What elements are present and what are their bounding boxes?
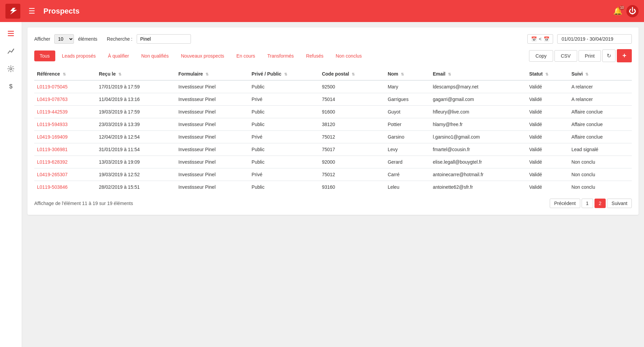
cell-cp-3: 38120 — [319, 118, 385, 131]
col-suivi: Suivi ⇅ — [569, 68, 632, 80]
col-recu-le-label: Reçu le — [99, 71, 116, 77]
pagination-controls: Précédent 1 2 Suivant — [550, 199, 632, 208]
cell-email-8: antoinette62@sfr.fr — [430, 181, 526, 193]
cell-email-1: gagarri@gmail.com — [430, 93, 526, 106]
cell-cp-1: 75014 — [319, 93, 385, 106]
prev-page-button[interactable]: Précédent — [550, 199, 580, 208]
filter-tab-en-cours[interactable]: En cours — [231, 50, 260, 61]
sidebar-item-chart[interactable] — [3, 44, 18, 59]
cell-prive-1: Privé — [249, 93, 319, 106]
col-statut-label: Statut — [529, 71, 543, 77]
cell-suivi-0: A relancer — [569, 80, 632, 93]
menu-button[interactable]: ☰ — [26, 5, 38, 17]
ref-link-7[interactable]: L0419-265307 — [37, 172, 67, 177]
ref-link-3[interactable]: L0119-594933 — [37, 122, 67, 127]
search-input[interactable] — [137, 34, 191, 44]
sort-icon-code[interactable]: ⇅ — [352, 72, 355, 76]
filter-tab-tous[interactable]: Tous — [34, 50, 55, 61]
table-row: L0119-075045 17/01/2019 à 17:59 Investis… — [34, 80, 632, 93]
cell-prive-5: Public — [249, 143, 319, 156]
cell-nom-4: Garsino — [385, 131, 430, 143]
sidebar-item-finance[interactable]: $ — [3, 79, 18, 94]
csv-button[interactable]: CSV — [554, 50, 577, 62]
cell-nom-3: Pottier — [385, 118, 430, 131]
col-email: Email ⇅ — [430, 68, 526, 80]
filter-tab-a-qualifier[interactable]: À qualifier — [102, 50, 134, 61]
cell-cp-0: 92500 — [319, 80, 385, 93]
sort-icon-formulaire[interactable]: ⇅ — [206, 72, 209, 76]
next-page-button[interactable]: Suivant — [607, 199, 632, 208]
sort-icon-recu[interactable]: ⇅ — [118, 72, 121, 76]
cell-recu-7: 19/03/2019 à 12:52 — [96, 168, 176, 181]
ref-link-1[interactable]: L0419-078763 — [37, 97, 67, 102]
date-range-input[interactable] — [557, 34, 632, 44]
ref-link-2[interactable]: L0119-442539 — [37, 109, 67, 115]
cell-cp-2: 91600 — [319, 106, 385, 118]
svg-marker-0 — [9, 8, 17, 15]
sidebar-item-settings[interactable] — [3, 61, 18, 76]
prospects-table: Référence ⇅ Reçu le ⇅ Formulaire ⇅ Pri — [34, 68, 632, 193]
print-button[interactable]: Print — [579, 50, 601, 62]
sort-icon-nom[interactable]: ⇅ — [401, 72, 404, 76]
cell-recu-5: 31/01/2019 à 11:54 — [96, 143, 176, 156]
cell-ref-2: L0119-442539 — [34, 106, 96, 118]
main-content: Afficher 10 25 50 100 éléments Recherche… — [22, 22, 644, 347]
col-formulaire: Formulaire ⇅ — [176, 68, 249, 80]
table-row: L0119-442539 19/03/2019 à 17:59 Investis… — [34, 106, 632, 118]
cell-suivi-5: Lead signalé — [569, 143, 632, 156]
filter-tab-leads-proposes[interactable]: Leads proposés — [57, 50, 101, 61]
copy-button[interactable]: Copy — [529, 50, 553, 62]
elements-label: éléments — [78, 36, 97, 42]
cell-statut-0: Validé — [526, 80, 569, 93]
cell-suivi-8: Non conclu — [569, 181, 632, 193]
filter-tab-nouveaux-prospects[interactable]: Nouveaux prospects — [175, 50, 230, 61]
cell-suivi-3: Affaire conclue — [569, 118, 632, 131]
page-2-button[interactable]: 2 — [594, 199, 606, 208]
cell-formulaire-1: Investisseur Pinel — [176, 93, 249, 106]
sort-icon-reference[interactable]: ⇅ — [63, 72, 66, 76]
cell-prive-4: Privé — [249, 131, 319, 143]
cell-suivi-1: A relancer — [569, 93, 632, 106]
cell-prive-2: Public — [249, 106, 319, 118]
table-row: L0419-078763 11/04/2019 à 13:16 Investis… — [34, 93, 632, 106]
notification-badge: 10 — [619, 5, 625, 11]
cell-email-5: fmartel@cousin.fr — [430, 143, 526, 156]
sort-icon-prive[interactable]: ⇅ — [284, 72, 287, 76]
ref-link-4[interactable]: L0419-169409 — [37, 134, 67, 140]
page-1-button[interactable]: 1 — [582, 199, 593, 208]
sort-icon-statut[interactable]: ⇅ — [545, 72, 548, 76]
cell-nom-6: Gerard — [385, 156, 430, 168]
cell-statut-1: Validé — [526, 93, 569, 106]
filter-tab-non-qualifies[interactable]: Non qualifiés — [136, 50, 174, 61]
cell-recu-0: 17/01/2019 à 17:59 — [96, 80, 176, 93]
cell-cp-7: 75012 — [319, 168, 385, 181]
table-header: Référence ⇅ Reçu le ⇅ Formulaire ⇅ Pri — [34, 68, 632, 80]
filter-tab-non-conclus[interactable]: Non conclus — [330, 50, 367, 61]
pagination-bar: Affichage de l'élément 11 à 19 sur 19 él… — [34, 199, 632, 208]
header-icons: 🔔 10 ⏻ — [613, 5, 639, 17]
sort-icon-email[interactable]: ⇅ — [448, 72, 451, 76]
cell-email-0: ldescamps@mary.net — [430, 80, 526, 93]
filter-tab-refuses[interactable]: Refusés — [300, 50, 329, 61]
cell-formulaire-4: Investisseur Pinel — [176, 131, 249, 143]
sort-icon-suivi[interactable]: ⇅ — [585, 72, 588, 76]
cell-statut-8: Validé — [526, 181, 569, 193]
cell-email-7: antoinecarre@hotmail.fr — [430, 168, 526, 181]
col-code-postal-label: Code postal — [322, 71, 349, 77]
date-range-start-button[interactable]: 📅 < 📅 — [527, 34, 553, 44]
pagination-info: Affichage de l'élément 11 à 19 sur 19 él… — [34, 201, 133, 206]
ref-link-8[interactable]: L0119-503846 — [37, 184, 67, 190]
add-button[interactable]: + — [617, 49, 632, 62]
ref-link-5[interactable]: L0119-306981 — [37, 147, 67, 152]
cell-prive-6: Public — [249, 156, 319, 168]
afficher-select[interactable]: 10 25 50 100 — [54, 34, 74, 44]
refresh-button[interactable]: ↻ — [602, 49, 616, 62]
power-button[interactable]: ⏻ — [626, 5, 639, 17]
ref-link-0[interactable]: L0119-075045 — [37, 84, 67, 89]
sidebar-item-list[interactable] — [3, 26, 18, 41]
notification-button[interactable]: 🔔 10 — [613, 7, 622, 16]
cell-formulaire-0: Investisseur Pinel — [176, 80, 249, 93]
ref-link-6[interactable]: L0119-628392 — [37, 159, 67, 165]
col-recu-le: Reçu le ⇅ — [96, 68, 176, 80]
filter-tab-transformes[interactable]: Transformés — [262, 50, 299, 61]
